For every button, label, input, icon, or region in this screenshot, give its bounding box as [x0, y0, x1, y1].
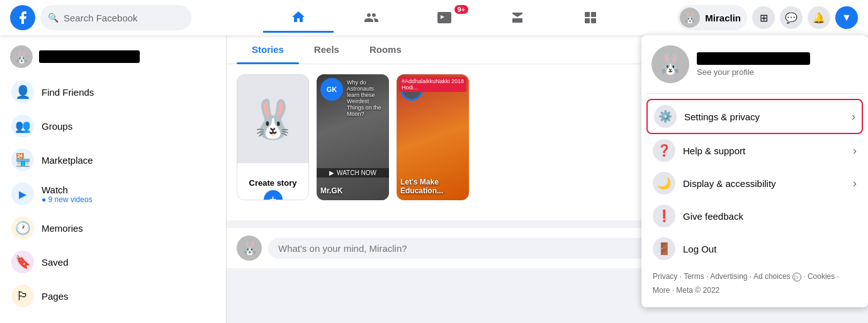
sidebar-item-marketplace[interactable]: 🏪 Marketplace: [5, 144, 221, 176]
sidebar-label-watch: Watch: [42, 184, 93, 195]
create-story-card[interactable]: 🐰 + Create story: [237, 74, 309, 200]
nav-friends[interactable]: [336, 3, 407, 33]
groups-icon: 👥: [11, 115, 34, 137]
create-story-image: 🐰: [237, 75, 308, 163]
sidebar-watch-sublabel: ● 9 new videos: [42, 195, 93, 204]
dm-logout-item[interactable]: 🚪 Log Out: [646, 232, 863, 265]
dm-feedback-label: Give feedback: [683, 211, 743, 222]
saved-icon: 🔖: [11, 251, 34, 273]
dm-footer-terms[interactable]: Terms: [684, 272, 704, 281]
main-layout: 🐰 👤 Find Friends 👥 Groups 🏪 Marketplace …: [0, 0, 868, 323]
nav-home[interactable]: [263, 3, 334, 33]
dm-divider-1: [646, 93, 863, 94]
dm-footer-adchoices[interactable]: Ad choices: [753, 272, 791, 281]
story-card-james[interactable]: JA #AddhalaikkuNakki 2018Hodi... Let's M…: [397, 74, 469, 200]
dm-footer-copyright: Meta © 2022: [676, 286, 719, 295]
svg-rect-3: [591, 18, 596, 23]
story-mrgk-text: Why do Astronauts learn these Weirdest T…: [347, 79, 386, 117]
dm-footer-links: Privacy · Terms · Advertising · Ad choic…: [653, 270, 857, 297]
sidebar-label-marketplace: Marketplace: [42, 155, 93, 166]
dm-settings-item[interactable]: ⚙️ Settings & privacy ›: [646, 99, 863, 134]
sidebar-label-groups: Groups: [42, 121, 72, 132]
dm-footer: Privacy · Terms · Advertising · Ad choic…: [646, 265, 863, 302]
sidebar-label-find-friends: Find Friends: [42, 87, 94, 98]
dm-feedback-item[interactable]: ❗ Give feedback: [646, 200, 863, 232]
story-mrgk-avatar: GK: [320, 78, 343, 101]
dm-see-profile-text: See your profile: [697, 67, 810, 77]
topbar-right: 🐰 Miraclin ⊞ 💬 🔔 ▼: [677, 5, 858, 30]
topbar: 🔍 Search Facebook 9+ 🐰 Miraclin ⊞ 💬: [0, 0, 868, 35]
sidebar-item-saved[interactable]: 🔖 Saved: [5, 246, 221, 278]
dm-help-label: Help & support: [683, 145, 745, 156]
topbar-left: 🔍 Search Facebook: [10, 5, 211, 30]
dm-footer-advertising[interactable]: Advertising: [710, 272, 747, 281]
sidebar-label-saved: Saved: [42, 257, 69, 268]
dm-help-item[interactable]: ❓ Help & support ›: [646, 134, 863, 167]
feedback-icon: ❗: [653, 205, 675, 227]
dm-footer-adchoices-icon: ▷: [792, 273, 801, 281]
watch-badge: 9+: [454, 5, 469, 14]
sidebar-user-name-redacted: [39, 50, 140, 63]
dm-footer-more[interactable]: More: [653, 286, 670, 295]
nav-groups[interactable]: [555, 3, 626, 33]
facebook-logo[interactable]: [10, 5, 35, 30]
story-mrgk-watch-badge: ▶ WATCH NOW: [317, 168, 389, 178]
sidebar-item-watch[interactable]: ▶ Watch ● 9 new videos: [5, 178, 221, 210]
dm-footer-privacy[interactable]: Privacy: [653, 272, 677, 281]
dm-display-item[interactable]: 🌙 Display & accessibility ›: [646, 167, 863, 200]
dm-profile-item[interactable]: 🐰 See your profile: [646, 40, 863, 88]
tab-rooms[interactable]: Rooms: [354, 35, 417, 64]
tab-reels[interactable]: Reels: [299, 35, 354, 64]
user-name-label: Miraclin: [705, 13, 741, 23]
sidebar-item-pages[interactable]: 🏳 Pages: [5, 280, 221, 312]
story-card-mrgk[interactable]: GK Why do Astronauts learn these Weirdes…: [317, 74, 389, 200]
sidebar-user-profile[interactable]: 🐰: [5, 40, 221, 73]
find-friends-icon: 👤: [11, 81, 34, 103]
dm-logout-label: Log Out: [683, 244, 716, 254]
dm-footer-cookies[interactable]: Cookies: [808, 272, 835, 281]
dropdown-menu: 🐰 See your profile ⚙️ Settings & privacy…: [641, 35, 868, 307]
notifications-icon-btn[interactable]: 🔔: [808, 6, 830, 29]
sidebar: 🐰 👤 Find Friends 👥 Groups 🏪 Marketplace …: [0, 35, 227, 323]
nav-marketplace[interactable]: [482, 3, 553, 33]
tab-stories[interactable]: Stories: [237, 35, 299, 64]
dm-user-name-redacted: [697, 52, 810, 65]
search-icon: 🔍: [48, 13, 59, 23]
dropdown-arrow-btn[interactable]: ▼: [835, 6, 858, 29]
messenger-icon-btn[interactable]: 💬: [780, 6, 803, 29]
story-mrgk-content: GK Why do Astronauts learn these Weirdes…: [317, 74, 389, 200]
topbar-nav: 9+: [263, 3, 626, 33]
dm-help-chevron: ›: [853, 144, 857, 157]
sidebar-watch-info: Watch ● 9 new videos: [42, 184, 93, 204]
nav-watch[interactable]: 9+: [409, 3, 480, 33]
story-mrgk-title: Mr.GK: [320, 186, 385, 195]
memories-icon: 🕐: [11, 217, 34, 239]
story-james-badge: #AddhalaikkuNakki 2018Hodi...: [399, 77, 466, 92]
marketplace-icon: 🏪: [11, 149, 34, 171]
user-avatar-name[interactable]: 🐰 Miraclin: [677, 5, 747, 30]
story-james-title: Let's Make Education...: [400, 178, 465, 195]
sidebar-item-memories[interactable]: 🕐 Memories: [5, 212, 221, 244]
svg-rect-2: [585, 18, 590, 23]
logout-icon: 🚪: [653, 237, 675, 260]
dm-display-label: Display & accessibility: [683, 178, 776, 189]
svg-rect-1: [591, 12, 596, 17]
user-avatar-small: 🐰: [680, 8, 700, 28]
watch-icon: ▶: [11, 183, 34, 205]
dm-user-avatar: 🐰: [651, 45, 689, 83]
search-bar[interactable]: 🔍 Search Facebook: [40, 5, 191, 30]
sidebar-item-find-friends[interactable]: 👤 Find Friends: [5, 76, 221, 108]
sidebar-user-avatar: 🐰: [10, 45, 33, 68]
help-icon: ❓: [653, 139, 675, 162]
dm-display-chevron: ›: [853, 177, 857, 190]
grid-icon-btn[interactable]: ⊞: [752, 6, 775, 29]
dm-profile-info: See your profile: [697, 52, 810, 77]
dm-settings-label: Settings & privacy: [684, 111, 760, 122]
sidebar-item-groups[interactable]: 👥 Groups: [5, 110, 221, 142]
sidebar-label-pages: Pages: [42, 291, 69, 302]
story-james-content: JA #AddhalaikkuNakki 2018Hodi... Let's M…: [397, 74, 469, 200]
post-user-avatar: 🐰: [237, 235, 262, 261]
display-icon: 🌙: [653, 172, 675, 195]
dm-settings-chevron: ›: [852, 110, 855, 123]
settings-icon: ⚙️: [654, 105, 677, 128]
